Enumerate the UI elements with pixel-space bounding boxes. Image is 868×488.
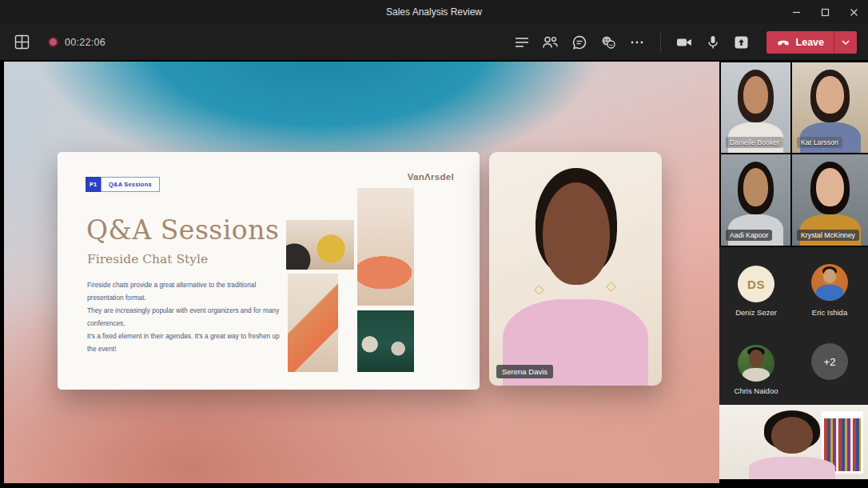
participants-sidebar: Danielle Booker Kat Larsson Aadi Kapoor … <box>719 61 868 488</box>
title-bar: Sales Analysis Review <box>0 0 868 24</box>
slide-section-badge: P1 Q&A Sessions <box>86 177 160 192</box>
toolbar-right: Leave <box>510 30 868 54</box>
slide-photo-loft-sofa <box>357 188 414 306</box>
video-tile-danielle-booker[interactable]: Danielle Booker <box>721 62 790 153</box>
earring-icon <box>606 282 616 292</box>
participant-name-label: Chris Naidoo <box>719 386 793 395</box>
overflow-participants-badge[interactable]: +2 <box>811 343 848 380</box>
maximize-button[interactable] <box>810 0 839 24</box>
slide-subtitle: Fireside Chat Style <box>87 252 208 266</box>
recording-indicator: 00:22:06 <box>48 37 106 48</box>
shared-slide: P1 Q&A Sessions VanΛrsdel Q&A Sessions F… <box>58 152 480 390</box>
toolbar-left: 00:22:06 <box>0 30 106 54</box>
participant-name-label: Eric Ishida <box>793 308 866 317</box>
minimize-button[interactable] <box>782 0 810 24</box>
window-controls <box>782 0 868 24</box>
self-view-video-tile[interactable] <box>719 405 868 488</box>
slide-body-line: it's a fixed element in their agendas. I… <box>87 330 287 355</box>
earring-icon <box>534 285 544 295</box>
video-tile-aadi-kapoor[interactable]: Aadi Kapoor <box>721 154 790 246</box>
avatar-initials: DS <box>747 278 765 291</box>
leave-button[interactable]: Leave <box>766 31 857 54</box>
more-options-icon[interactable] <box>625 30 649 54</box>
avatar-photo <box>738 345 774 382</box>
slide-badge-code: P1 <box>86 177 101 192</box>
self-view-video-feed <box>719 405 868 479</box>
avatar-deniz-sezer[interactable]: DS <box>738 266 774 302</box>
teams-meeting-window: Sales Analysis Review 00:22:06 <box>0 0 868 488</box>
slide-title: Q&A Sessions <box>86 214 279 246</box>
gallery-view-icon[interactable] <box>10 30 34 54</box>
meeting-stage: P1 Q&A Sessions VanΛrsdel Q&A Sessions F… <box>0 61 868 488</box>
share-screen-icon[interactable] <box>730 30 754 54</box>
microphone-icon[interactable] <box>701 30 725 54</box>
presenter-name-label: Serena Davis <box>496 365 553 378</box>
avatar-photo <box>811 264 848 301</box>
participants-icon[interactable] <box>539 30 563 54</box>
shared-content-stage: P1 Q&A Sessions VanΛrsdel Q&A Sessions F… <box>0 61 719 488</box>
video-tile-kat-larsson[interactable]: Kat Larsson <box>792 62 868 153</box>
hangup-icon <box>776 37 790 48</box>
participant-name-label: Krystal McKinney <box>797 230 859 241</box>
slide-badge-label: Q&A Sessions <box>109 181 152 188</box>
participant-name-label: Danielle Booker <box>726 137 783 148</box>
chevron-down-icon <box>842 40 850 45</box>
leave-button-label: Leave <box>796 37 824 48</box>
participant-name-label: Deniz Sezer <box>719 308 793 317</box>
participant-name-label: Aadi Kapoor <box>726 230 772 241</box>
overflow-count: +2 <box>824 356 836 368</box>
slide-photo-bed-pillow <box>288 274 338 372</box>
participant-name-label: Kat Larsson <box>797 137 842 148</box>
vanarsdel-logo: VanΛrsdel <box>408 172 454 182</box>
meeting-timer: 00:22:06 <box>65 37 106 48</box>
audio-participants-panel: DS Deniz Sezer Eric Ishida Chris Naidoo … <box>719 247 868 405</box>
slide-body-text: Fireside chats provide a great alternati… <box>87 278 287 355</box>
leave-options-chevron[interactable] <box>834 40 857 45</box>
slide-body-line: They are increasingly popular with event… <box>87 304 287 330</box>
slide-body-line: Fireside chats provide a great alternati… <box>87 278 287 304</box>
self-view-figure <box>719 405 868 479</box>
recording-dot-icon <box>48 37 58 47</box>
slide-photo-yellow-couch <box>286 220 354 270</box>
avatar-eric-ishida[interactable] <box>811 264 848 301</box>
chat-icon[interactable] <box>567 30 591 54</box>
presenter-figure <box>543 182 610 285</box>
meeting-toolbar: 00:22:06 <box>0 24 868 61</box>
close-button[interactable] <box>839 0 868 24</box>
video-tile-krystal-mckinney[interactable]: Krystal McKinney <box>792 154 868 246</box>
leave-button-main[interactable]: Leave <box>766 37 834 48</box>
presenter-video-tile[interactable]: Serena Davis <box>489 152 662 386</box>
presenter-video-feed <box>489 152 662 386</box>
camera-icon[interactable] <box>672 30 696 54</box>
slide-photo-green-room <box>357 310 414 372</box>
slide-badge-box: Q&A Sessions <box>101 177 160 192</box>
avatar-chris-naidoo[interactable] <box>738 345 774 382</box>
window-title: Sales Analysis Review <box>386 6 482 18</box>
notes-list-icon[interactable] <box>510 30 534 54</box>
toolbar-divider <box>660 33 661 52</box>
reactions-icon[interactable] <box>596 30 620 54</box>
